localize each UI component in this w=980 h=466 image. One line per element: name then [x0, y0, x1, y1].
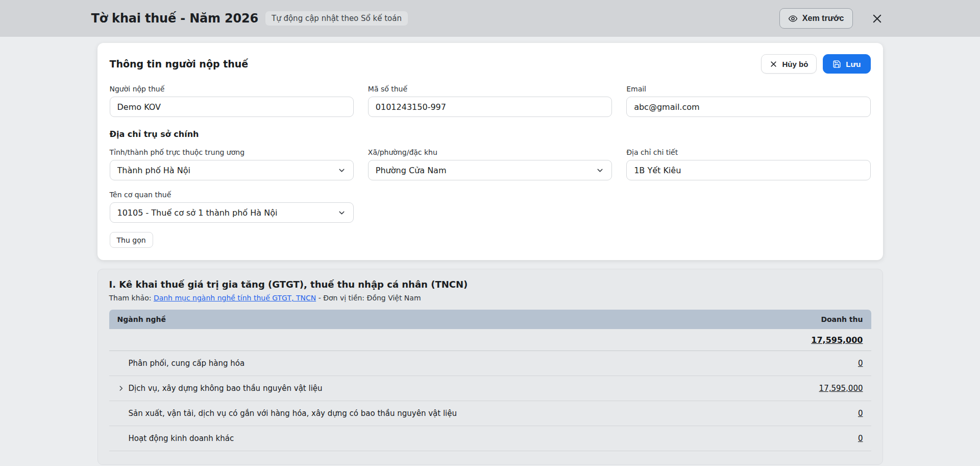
revenue-value[interactable]: 0 — [858, 434, 863, 443]
industry-name: Phân phối, cung cấp hàng hóa — [129, 359, 245, 368]
modal-header: Tờ khai thuế - Năm 2026 Tự động cập nhật… — [0, 0, 980, 37]
table-row: Dịch vụ, xây dựng không bao thầu nguyên … — [109, 376, 871, 401]
auto-update-badge: Tự động cập nhật theo Sổ kế toán — [265, 11, 408, 26]
revenue-value[interactable]: 17,595,000 — [819, 384, 863, 393]
column-header-industry: Ngành nghề — [117, 315, 166, 323]
field-email: Email — [626, 85, 870, 117]
industry-cell: Hoạt động kinh doanh khác — [117, 434, 234, 443]
save-button[interactable]: Lưu — [823, 54, 870, 74]
chevron-down-icon — [596, 166, 604, 175]
province-select-value: Thành phố Hà Nội — [117, 166, 190, 175]
cancel-button[interactable]: Hủy bỏ — [761, 54, 817, 74]
chevron-down-icon — [337, 208, 346, 217]
table-row: Hoạt động kinh doanh khác0 — [109, 426, 871, 451]
industry-revenue-table: Ngành nghề Doanh thu 17,595,000 Phân phố… — [109, 310, 871, 451]
field-taxpayer: Người nộp thuế — [110, 85, 354, 117]
reference-suffix: - Đơn vị tiền: Đồng Việt Nam — [316, 294, 421, 302]
collapse-button[interactable]: Thu gọn — [110, 232, 153, 248]
ward-label: Xã/phường/đặc khu — [368, 148, 612, 156]
section-reference: Tham khảo: Danh mục ngành nghề tính thuế… — [109, 294, 871, 302]
field-tax-office: Tên cơ quan thuế 10105 - Thuế cơ sở 1 th… — [110, 191, 354, 223]
table-row: Sản xuất, vận tải, dịch vụ có gắn với hà… — [109, 401, 871, 426]
address-section-title: Địa chỉ trụ sở chính — [110, 129, 871, 139]
ward-select-value: Phường Cửa Nam — [376, 166, 447, 175]
taxpayer-info-card: Thông tin người nộp thuế Hủy bỏ Lưu — [97, 43, 883, 260]
field-ward: Xã/phường/đặc khu Phường Cửa Nam — [368, 148, 612, 180]
card-actions: Hủy bỏ Lưu — [761, 54, 870, 74]
cancel-button-label: Hủy bỏ — [782, 60, 808, 68]
close-icon[interactable] — [871, 13, 883, 25]
industry-cell: Sản xuất, vận tải, dịch vụ có gắn với hà… — [117, 409, 457, 418]
field-province: Tỉnh/thành phố trực thuộc trung ương Thà… — [110, 148, 354, 180]
field-tax-code: Mã số thuế — [368, 85, 612, 117]
page-title: Tờ khai thuế - Năm 2026 — [91, 11, 258, 26]
address-detail-label: Địa chỉ chi tiết — [626, 148, 870, 156]
tax-code-input[interactable] — [368, 97, 612, 117]
tax-code-label: Mã số thuế — [368, 85, 612, 93]
preview-button-label: Xem trước — [802, 14, 844, 23]
email-input[interactable] — [626, 97, 870, 117]
industry-cell: Dịch vụ, xây dựng không bao thầu nguyên … — [117, 384, 323, 393]
industry-catalog-link[interactable]: Danh mục ngành nghề tính thuế GTGT, TNCN — [154, 294, 316, 302]
x-icon — [770, 60, 777, 68]
province-select[interactable]: Thành phố Hà Nội — [110, 160, 354, 180]
preview-button[interactable]: Xem trước — [779, 8, 853, 29]
email-label: Email — [626, 85, 870, 93]
industry-name: Dịch vụ, xây dựng không bao thầu nguyên … — [129, 384, 323, 393]
revenue-value[interactable]: 0 — [858, 409, 863, 418]
industry-name: Sản xuất, vận tải, dịch vụ có gắn với hà… — [129, 409, 457, 418]
reference-prefix: Tham khảo: — [109, 294, 154, 302]
revenue-value[interactable]: 0 — [858, 359, 863, 368]
chevron-down-icon — [337, 166, 346, 175]
province-label: Tỉnh/thành phố trực thuộc trung ương — [110, 148, 354, 156]
industry-rows: Phân phối, cung cấp hàng hóa0Dịch vụ, xâ… — [109, 351, 871, 451]
vat-pit-section: I. Kê khai thuế giá trị gia tăng (GTGT),… — [97, 269, 883, 465]
address-detail-input[interactable] — [626, 160, 870, 180]
card-title: Thông tin người nộp thuế — [110, 58, 249, 69]
section-title: I. Kê khai thuế giá trị gia tăng (GTGT),… — [109, 279, 871, 290]
ward-select[interactable]: Phường Cửa Nam — [368, 160, 612, 180]
tax-office-select[interactable]: 10105 - Thuế cơ sở 1 thành phố Hà Nội — [110, 202, 354, 223]
total-revenue-value[interactable]: 17,595,000 — [811, 335, 863, 345]
total-row: 17,595,000 — [109, 329, 871, 351]
table-header: Ngành nghề Doanh thu — [109, 310, 871, 329]
field-address-detail: Địa chỉ chi tiết — [626, 148, 870, 180]
industry-cell: Phân phối, cung cấp hàng hóa — [117, 359, 245, 368]
column-header-revenue: Doanh thu — [821, 315, 863, 323]
save-button-label: Lưu — [846, 60, 861, 68]
taxpayer-input[interactable] — [110, 97, 354, 117]
industry-name: Hoạt động kinh doanh khác — [129, 434, 234, 443]
taxpayer-label: Người nộp thuế — [110, 85, 354, 93]
tax-office-select-value: 10105 - Thuế cơ sở 1 thành phố Hà Nội — [117, 208, 278, 218]
eye-icon — [788, 14, 798, 24]
expand-chevron-icon[interactable] — [117, 385, 129, 392]
save-icon — [832, 60, 841, 68]
table-row: Phân phối, cung cấp hàng hóa0 — [109, 351, 871, 376]
tax-office-label: Tên cơ quan thuế — [110, 191, 354, 199]
